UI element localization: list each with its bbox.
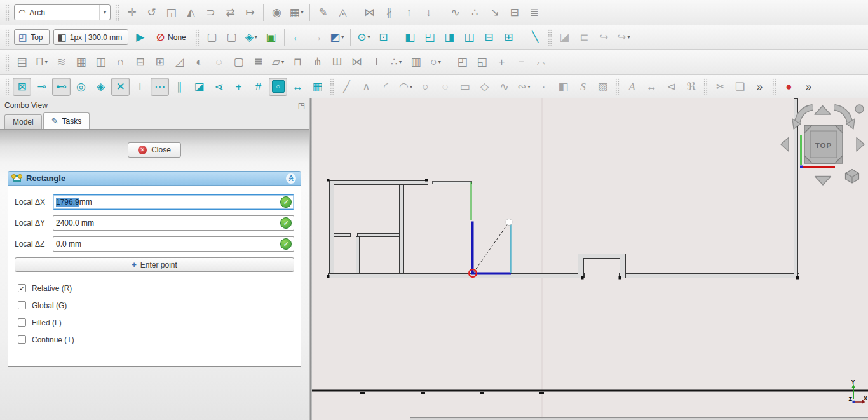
zoom-tools[interactable]: ⊙▾ <box>355 28 373 46</box>
macro-record[interactable]: ● <box>780 78 798 96</box>
snap-intersection[interactable]: ✕ <box>111 78 130 96</box>
toolbar-overflow-2[interactable]: » <box>799 78 818 96</box>
arch-project[interactable]: ∩ <box>111 53 130 71</box>
draft-join[interactable]: ⋈ <box>360 3 379 22</box>
draft-bspline[interactable]: ∿ <box>495 78 513 96</box>
arch-survey[interactable]: ⌓ <box>532 53 550 71</box>
edit-copy[interactable]: ❏ <box>731 78 749 96</box>
std-open[interactable]: ⊏ <box>575 28 593 46</box>
measure-distance[interactable]: ╲ <box>526 28 545 46</box>
draft-move[interactable]: ✛ <box>123 3 141 22</box>
arch-axis[interactable]: ◐ <box>190 53 208 71</box>
draft-offset[interactable]: ⊃ <box>201 3 220 22</box>
wall-bottom-right[interactable] <box>619 273 799 278</box>
arch-reference[interactable]: ⊟ <box>131 53 149 71</box>
part-simple-copy[interactable]: ◪ <box>555 28 574 46</box>
tilt-down-arrow[interactable] <box>815 177 831 186</box>
continue-checkbox[interactable] <box>18 335 26 344</box>
tab-tasks[interactable]: ✎ Tasks <box>43 112 90 129</box>
box-element-selection[interactable]: ▢ <box>222 28 241 46</box>
snap-grid[interactable]: # <box>249 78 268 96</box>
draft-facebinder[interactable]: ◧ <box>554 78 573 96</box>
nav-circle-button[interactable] <box>855 105 864 113</box>
arch-structure[interactable]: Π▾ <box>32 53 51 71</box>
draft-circle[interactable]: ○ <box>416 78 435 96</box>
toggle-grid[interactable]: ▦ <box>308 78 327 96</box>
view-axonometric[interactable]: ◩▾ <box>328 28 346 46</box>
close-button[interactable]: ✕ Close <box>128 142 181 158</box>
nav-forward[interactable]: → <box>308 28 327 46</box>
snap-midpoint[interactable]: ⊷ <box>52 78 71 96</box>
std-export-more[interactable]: ↪▾ <box>614 28 633 46</box>
arch-roof[interactable]: ◿ <box>170 53 189 71</box>
arch-window[interactable]: ⊞ <box>151 53 169 71</box>
draft-downgrade[interactable]: ↓ <box>419 3 438 22</box>
draft-edit[interactable]: ✎ <box>314 3 332 22</box>
viewport-canvas[interactable]: TOP Y <box>312 98 868 420</box>
snap-near[interactable]: ⋖ <box>210 78 228 96</box>
view-fit-all[interactable]: ⊡ <box>374 28 393 46</box>
collapse-section-button[interactable]: ≪ <box>286 173 296 184</box>
view-current-button[interactable]: ◰Top <box>14 29 50 45</box>
snap-ortho[interactable]: ◪ <box>190 78 208 96</box>
view-front[interactable]: ◧ <box>401 28 419 46</box>
draft-shapestring[interactable]: S <box>574 78 592 96</box>
local-dx-input[interactable]: 1796.9 mm ✓ <box>53 194 294 210</box>
autogroup-button[interactable]: ∅None <box>154 29 189 45</box>
checkbox-row-global[interactable]: Global (G) <box>15 297 294 314</box>
view-top[interactable]: ◰ <box>421 28 439 46</box>
snap-working-plane[interactable]: ○ <box>269 78 287 96</box>
draft-clone[interactable]: ◉ <box>268 3 286 22</box>
toolbar-grip[interactable] <box>703 78 708 95</box>
toolbar-grip[interactable] <box>115 4 119 21</box>
toolbar-grip[interactable] <box>5 4 10 21</box>
3d-viewport[interactable]: TOP Y <box>312 98 868 420</box>
draft-layer[interactable]: ≣ <box>525 3 543 22</box>
nav-cube-face-label[interactable]: TOP <box>815 142 832 149</box>
snap-lock[interactable]: ⊠ <box>13 78 31 96</box>
draft-line[interactable]: ╱ <box>337 78 356 96</box>
arch-building-part[interactable]: ◫ <box>92 53 110 71</box>
arch-profile[interactable]: I <box>367 53 386 71</box>
edit-cut[interactable]: ✂ <box>711 78 729 96</box>
wall-thin[interactable] <box>432 181 471 184</box>
draft-polygon[interactable]: ◇ <box>475 78 494 96</box>
rectangle-section-header[interactable]: Rectangle ≪ <box>8 171 301 186</box>
local-dz-input[interactable]: 0.0 mm ✓ <box>53 236 294 252</box>
line-style-button[interactable]: ◧1px | 300.0 mm <box>53 29 129 45</box>
arch-cut-line[interactable]: ◱ <box>473 53 491 71</box>
checkbox-row-continue[interactable]: Continue (T) <box>15 331 294 348</box>
wall-niche[interactable] <box>578 254 625 278</box>
wall[interactable] <box>334 233 350 237</box>
tab-model[interactable]: Model <box>4 114 42 129</box>
snap-special[interactable]: + <box>229 78 248 96</box>
view-rear[interactable]: ◫ <box>460 28 478 46</box>
toolbar-grip[interactable] <box>5 78 10 95</box>
snap-center[interactable]: ◎ <box>72 78 90 96</box>
local-dy-input[interactable]: 2400.0 mm ✓ <box>53 215 294 231</box>
draft-add-point[interactable]: ∴ <box>466 3 484 22</box>
tilt-up-arrow[interactable] <box>815 106 831 115</box>
draft-fillet[interactable]: ◜ <box>377 78 395 96</box>
arch-panel[interactable]: ▱▾ <box>269 53 287 71</box>
draft-ellipse[interactable]: ◌ <box>436 78 454 96</box>
arch-pipe[interactable]: ○▾ <box>426 53 445 71</box>
enter-point-button[interactable]: + Enter point <box>15 257 294 272</box>
view-right[interactable]: ◨ <box>440 28 459 46</box>
arch-section-plane[interactable]: ◌ <box>210 53 228 71</box>
toolbar-grip[interactable] <box>5 29 10 46</box>
arch-space[interactable]: ▢ <box>229 53 248 71</box>
apply-current-style[interactable]: ▶ <box>131 28 149 46</box>
view-left[interactable]: ⊞ <box>499 28 518 46</box>
wall[interactable] <box>399 184 403 274</box>
relative-checkbox[interactable] <box>18 284 26 292</box>
draft-trimex[interactable]: ⇄ <box>221 3 240 22</box>
draft-upgrade[interactable]: ↑ <box>400 3 418 22</box>
draft-rotate[interactable]: ↺ <box>142 3 161 22</box>
nav-back[interactable]: ← <box>288 28 307 46</box>
draft-rectangle[interactable]: ▭ <box>456 78 474 96</box>
arch-wall[interactable]: ▤ <box>13 53 31 71</box>
workbench-selector[interactable]: ◠Arch▾ <box>14 4 111 20</box>
draft-mirror[interactable]: ◭ <box>182 3 200 22</box>
draft-array-tools[interactable]: ▦▾ <box>287 3 306 22</box>
